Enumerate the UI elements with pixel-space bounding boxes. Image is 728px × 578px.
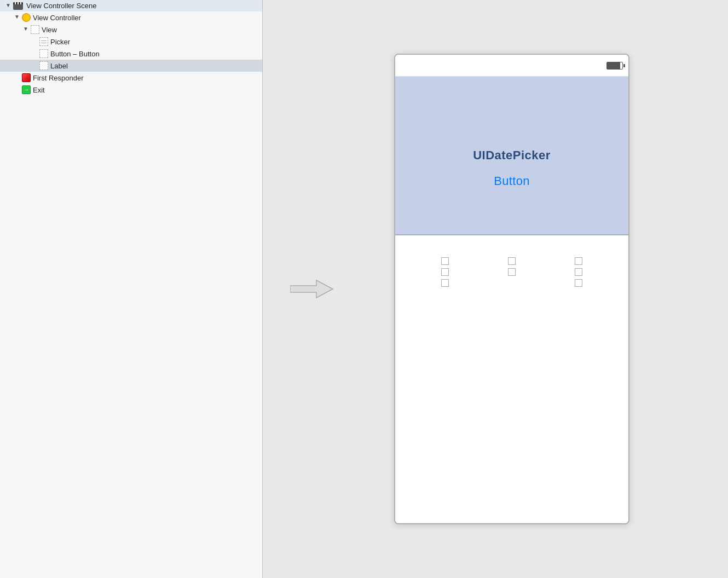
tree-item-viewcontroller[interactable]: View Controller bbox=[0, 11, 262, 24]
button-text: Button bbox=[494, 174, 529, 188]
toggle-label bbox=[31, 62, 38, 70]
arrow-icon bbox=[290, 277, 334, 301]
square-group-left bbox=[441, 257, 449, 287]
exit-label: Exit bbox=[33, 86, 45, 94]
toggle-picker bbox=[31, 38, 38, 45]
viewcontroller-label: View Controller bbox=[33, 14, 81, 22]
exit-icon bbox=[22, 85, 31, 94]
square-group-center bbox=[508, 257, 516, 287]
outline-tree: View Controller Scene View Controller Vi… bbox=[0, 0, 263, 578]
iphone-frame: UIDatePicker bbox=[394, 54, 629, 524]
toggle-button bbox=[31, 50, 38, 57]
mini-square bbox=[441, 257, 449, 265]
toggle-exit bbox=[13, 86, 21, 94]
mini-square bbox=[575, 268, 582, 276]
tree-item-exit[interactable]: Exit bbox=[0, 84, 262, 96]
status-bar bbox=[395, 55, 628, 77]
button-icon bbox=[39, 49, 48, 58]
toggle-firstresponder bbox=[13, 74, 21, 82]
view-icon bbox=[31, 25, 39, 34]
battery-level bbox=[607, 62, 620, 69]
view-area: Button bbox=[395, 235, 628, 287]
svg-marker-1 bbox=[290, 280, 333, 298]
tree-item-scene[interactable]: View Controller Scene bbox=[0, 0, 262, 11]
label-squares-row bbox=[395, 235, 628, 287]
mini-square bbox=[508, 268, 516, 276]
picker-label: Picker bbox=[50, 38, 70, 46]
picker-icon bbox=[39, 37, 48, 46]
mini-square bbox=[441, 279, 449, 287]
mini-square bbox=[441, 268, 449, 276]
scene-icon bbox=[13, 2, 23, 10]
battery-icon bbox=[606, 62, 623, 70]
tree-item-picker[interactable]: Picker bbox=[0, 36, 262, 48]
toggle-viewcontroller[interactable] bbox=[13, 14, 21, 21]
ios-button[interactable]: Button bbox=[494, 174, 529, 188]
tree-item-firstresponder[interactable]: First Responder bbox=[0, 72, 262, 84]
toggle-view[interactable] bbox=[22, 26, 30, 33]
label-icon bbox=[39, 61, 48, 70]
firstresponder-label: First Responder bbox=[33, 74, 83, 82]
viewcontroller-icon bbox=[22, 13, 31, 22]
firstresponder-icon bbox=[22, 73, 31, 82]
tree-item-button[interactable]: Button – Button bbox=[0, 48, 262, 60]
tree-item-label[interactable]: Label bbox=[0, 60, 262, 72]
mini-square bbox=[575, 279, 582, 287]
mini-square bbox=[508, 257, 516, 265]
date-picker-area: UIDatePicker bbox=[395, 77, 628, 235]
mini-square bbox=[575, 257, 582, 265]
button-label: Button – Button bbox=[50, 50, 100, 58]
date-picker-label: UIDatePicker bbox=[473, 148, 551, 163]
canvas-area: UIDatePicker bbox=[263, 0, 728, 578]
tree-item-view[interactable]: View bbox=[0, 24, 262, 36]
entry-arrow bbox=[290, 277, 334, 301]
scene-label: View Controller Scene bbox=[26, 2, 96, 10]
square-group-right bbox=[575, 257, 582, 287]
toggle-scene[interactable] bbox=[4, 2, 12, 10]
view-label: View bbox=[42, 26, 57, 34]
label-label: Label bbox=[50, 62, 68, 70]
